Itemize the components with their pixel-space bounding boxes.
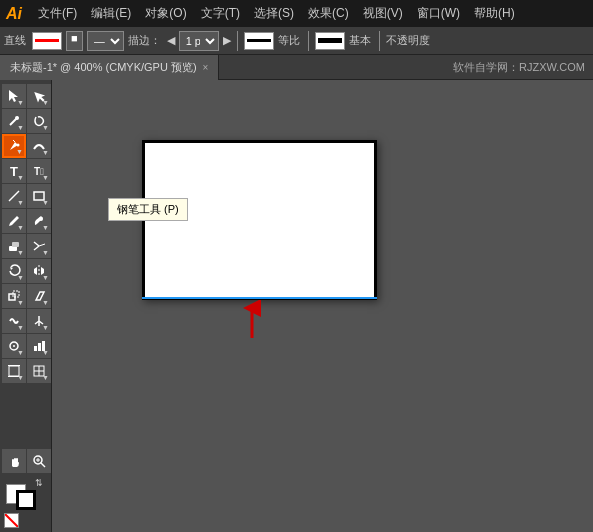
arrow-14: ▼ (42, 249, 49, 256)
arrow-19: ▼ (17, 324, 24, 331)
svg-line-5 (13, 140, 15, 142)
slice-btn[interactable]: ▼ (27, 359, 51, 383)
menu-type[interactable]: 文字(T) (195, 3, 246, 24)
arrow-6: ▼ (42, 149, 49, 156)
spread-arrow: ▶ (223, 34, 231, 47)
arrow-13: ▼ (17, 249, 24, 256)
equal-label: 等比 (278, 33, 300, 48)
rotate-btn[interactable]: ▼ (2, 259, 26, 283)
paintbrush-btn[interactable]: ▼ (2, 209, 26, 233)
anchor-line (142, 297, 377, 299)
width-btn[interactable]: ▼ (27, 309, 51, 333)
stroke-color-swatch[interactable] (16, 490, 36, 510)
arrow-15: ▼ (17, 274, 24, 281)
tab-title: 未标题-1* @ 400% (CMYK/GPU 预览) (10, 60, 197, 75)
svg-line-34 (41, 463, 45, 467)
rect-tool-btn[interactable]: ▼ (27, 184, 51, 208)
arrow-3: ▼ (17, 124, 24, 131)
lasso-btn[interactable]: ▼ (27, 109, 51, 133)
menu-select[interactable]: 选择(S) (248, 3, 300, 24)
arrow-20: ▼ (42, 324, 49, 331)
tab-bar: 未标题-1* @ 400% (CMYK/GPU 预览) × 软件自学网：RJZX… (0, 55, 593, 80)
arrow-22: ▼ (42, 349, 49, 356)
reflect-btn[interactable]: ▼ (27, 259, 51, 283)
artboard-btn[interactable]: ▼ (2, 359, 26, 383)
chart-btn[interactable]: ▼ (27, 334, 51, 358)
tool-row-12: ▼ ▼ (2, 359, 49, 383)
menu-effect[interactable]: 效果(C) (302, 3, 355, 24)
arrow-18: ▼ (42, 299, 49, 306)
svg-rect-24 (34, 346, 37, 351)
title-bar: Ai 文件(F) 编辑(E) 对象(O) 文字(T) 选择(S) 效果(C) 视… (0, 0, 593, 27)
fill-btn[interactable]: ■ (66, 31, 83, 51)
menu-file[interactable]: 文件(F) (32, 3, 83, 24)
arrow-17: ▼ (17, 299, 24, 306)
symbol-btn[interactable]: ▼ (2, 334, 26, 358)
separator-2 (308, 31, 309, 51)
menu-help[interactable]: 帮助(H) (468, 3, 521, 24)
line-tool-btn[interactable]: ▼ (2, 184, 26, 208)
svg-marker-16 (34, 267, 37, 275)
select-tool-btn[interactable]: ▼ (2, 84, 26, 108)
menu-view[interactable]: 视图(V) (357, 3, 409, 24)
menu-window[interactable]: 窗口(W) (411, 3, 466, 24)
color-controls: ⇅ (2, 478, 49, 528)
eraser-btn[interactable]: ▼ (2, 234, 26, 258)
arrow-9: ▼ (17, 199, 24, 206)
scissors-btn[interactable]: ▼ (27, 234, 51, 258)
svg-line-11 (34, 242, 39, 246)
tab-close-btn[interactable]: × (203, 62, 209, 73)
arrow-indicator: ▼ (17, 99, 24, 106)
canvas-area: 钢笔工具 (P) (52, 80, 593, 532)
type-tool-btn[interactable]: T ▼ (2, 159, 26, 183)
blob-brush-btn[interactable]: ▼ (27, 209, 51, 233)
warp-btn[interactable]: ▼ (2, 309, 26, 333)
svg-line-13 (39, 244, 45, 246)
svg-point-8 (39, 217, 43, 221)
main-area: ▼ ▼ ▼ ▼ (0, 80, 593, 532)
tool-row-9: ▼ ▼ (2, 284, 49, 308)
pen-tool-btn[interactable]: ▼ (2, 134, 26, 158)
svg-rect-25 (38, 343, 41, 351)
tool-row-2: ▼ ▼ (2, 109, 49, 133)
zoom-btn[interactable] (27, 449, 51, 473)
arrow-8: ▼ (42, 174, 49, 181)
tool-label: 直线 (4, 33, 26, 48)
curvature-tool-btn[interactable]: ▼ (27, 134, 51, 158)
none-swatch[interactable] (4, 513, 19, 528)
svg-line-12 (34, 246, 39, 250)
separator-1 (237, 31, 238, 51)
stroke-weight-select[interactable]: 1 pt (179, 31, 219, 51)
svg-rect-28 (8, 365, 20, 366)
svg-line-37 (5, 514, 19, 528)
swap-colors-btn[interactable]: ⇅ (35, 478, 43, 488)
red-arrow-indicator (232, 300, 272, 340)
menu-bar: 文件(F) 编辑(E) 对象(O) 文字(T) 选择(S) 效果(C) 视图(V… (32, 3, 521, 24)
magic-wand-btn[interactable]: ▼ (2, 109, 26, 133)
tool-row-7: ▼ ▼ (2, 234, 49, 258)
hand-btn[interactable] (2, 449, 26, 473)
opacity-label: 不透明度 (386, 33, 430, 48)
tool-row-13 (2, 449, 49, 473)
app-logo: Ai (6, 5, 22, 23)
menu-object[interactable]: 对象(O) (139, 3, 192, 24)
stroke-style-select[interactable]: — (87, 31, 124, 51)
tool-row-8: ▼ ▼ (2, 259, 49, 283)
shear-btn[interactable]: ▼ (27, 284, 51, 308)
stroke-color-preview[interactable] (32, 32, 62, 50)
stroke-preview-black[interactable] (244, 32, 274, 50)
arrow-16: ▼ (42, 274, 49, 281)
menu-edit[interactable]: 编辑(E) (85, 3, 137, 24)
scale-btn[interactable]: ▼ (2, 284, 26, 308)
direct-select-tool-btn[interactable]: ▼ (27, 84, 51, 108)
document-tab[interactable]: 未标题-1* @ 400% (CMYK/GPU 预览) × (0, 55, 219, 80)
toolbox: ▼ ▼ ▼ ▼ (0, 80, 52, 532)
stroke-preview-2[interactable] (315, 32, 345, 50)
touch-type-btn[interactable]: T⃝ ▼ (27, 159, 51, 183)
arrow-12: ▼ (42, 224, 49, 231)
arrow-7: ▼ (17, 174, 24, 181)
arrow-indicator-2: ▼ (42, 99, 49, 106)
svg-point-3 (15, 116, 19, 120)
stroke-thick (318, 38, 342, 43)
svg-rect-10 (12, 242, 19, 247)
